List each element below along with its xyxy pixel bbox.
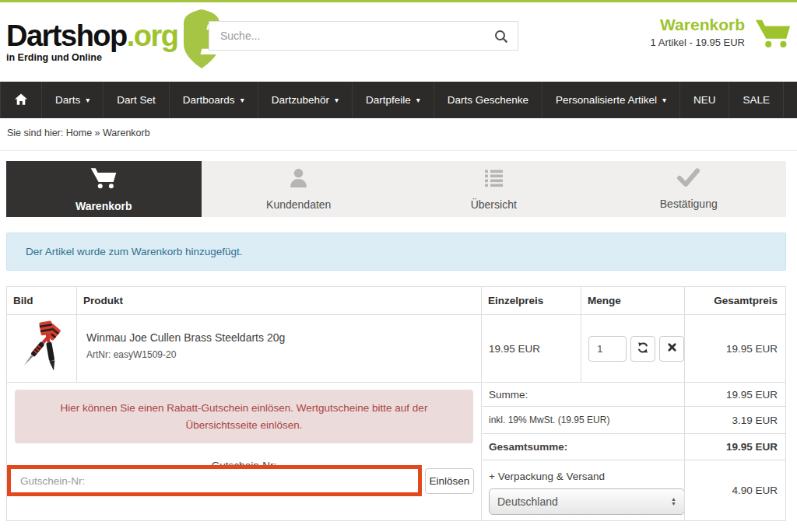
redeem-coupon-button[interactable]: Einlösen xyxy=(425,468,474,494)
col-header-einzelpreis: Einzelpreis xyxy=(481,287,581,314)
refresh-qty-button[interactable] xyxy=(630,336,655,362)
quantity-input[interactable] xyxy=(588,336,627,362)
chevron-down-icon: ▾ xyxy=(86,96,90,104)
step-warenkorb[interactable]: Warenkorb xyxy=(6,161,202,217)
cart-table: Bild Produkt Einzelpreis Menge Gesamtpre… xyxy=(6,286,786,521)
coupon-notice: Hier können Sie einen Rabatt-Gutschein e… xyxy=(15,390,473,443)
nav-item-darts-geschenke[interactable]: Darts Geschenke xyxy=(434,82,542,118)
shipping-cell: + Verpackung & Versand Deutschland ▲ ▼ xyxy=(481,460,684,520)
cart-icon xyxy=(90,166,117,193)
shop-logo[interactable]: Dartshop.org in Erding und Online 1 xyxy=(6,9,223,72)
list-icon xyxy=(483,168,504,191)
col-header-menge: Menge xyxy=(581,287,684,314)
coupon-highlight-frame xyxy=(7,465,422,496)
product-title-link[interactable]: Winmau Joe Cullen Brass Steeldarts 20g xyxy=(86,331,472,344)
cart-widget[interactable]: Warenkorb 1 Artikel - 19.95 EUR xyxy=(651,16,791,53)
breadcrumb-current: Warenkorb xyxy=(103,128,150,138)
col-header-gesamtpreis: Gesamtpreis xyxy=(684,287,785,314)
check-icon xyxy=(676,168,700,191)
step-kundendaten[interactable]: Kundendaten xyxy=(202,161,397,217)
table-row-product-image-cell xyxy=(7,314,76,382)
nav-item-neu[interactable]: NEU xyxy=(680,82,730,118)
search-icon[interactable] xyxy=(494,30,508,47)
breadcrumb: Sie sind hier: Home » Warenkorb xyxy=(7,128,150,138)
country-select-value: Deutschland xyxy=(497,495,671,508)
cart-widget-summary: 1 Artikel - 19.95 EUR xyxy=(651,37,745,48)
product-image[interactable] xyxy=(12,320,69,380)
summary-value-summe: 19.95 EUR xyxy=(684,382,785,406)
breadcrumb-separator: » xyxy=(95,128,100,138)
nav-item-b-ware[interactable]: B-WARE xyxy=(784,82,797,118)
nav-item-personalisierte-artikel[interactable]: Personalisierte Artikel▾ xyxy=(542,82,680,118)
divider xyxy=(0,150,797,151)
nav-item-dartzubehoer[interactable]: Dartzubehör▾ xyxy=(258,82,353,118)
nav-item-darts[interactable]: Darts▾ xyxy=(42,82,104,118)
close-icon xyxy=(667,342,677,355)
summary-label-gesamtsumme: Gesamtsumme: xyxy=(481,433,684,460)
breadcrumb-home-link[interactable]: Home xyxy=(66,128,92,138)
header: Dartshop.org in Erding und Online 1 Ware… xyxy=(0,2,797,82)
select-arrows-icon: ▲ ▼ xyxy=(671,497,676,506)
search-box xyxy=(209,21,518,51)
summary-label-mwst: inkl. 19% MwSt. (19.95 EUR) xyxy=(481,406,684,433)
user-icon xyxy=(288,167,309,191)
home-icon xyxy=(14,93,28,108)
table-row-product-info: Winmau Joe Cullen Brass Steeldarts 20g A… xyxy=(76,314,481,382)
product-total-price: 19.95 EUR xyxy=(684,314,785,382)
chevron-down-icon: ▾ xyxy=(416,96,420,104)
country-select[interactable]: Deutschland ▲ ▼ xyxy=(489,488,685,515)
nav-item-dart-set[interactable]: Dart Set xyxy=(104,82,170,118)
coupon-input[interactable] xyxy=(11,469,418,492)
cart-widget-title: Warenkorb xyxy=(651,16,745,34)
refresh-icon xyxy=(637,341,649,356)
product-qty-cell xyxy=(581,314,684,382)
shipping-label: + Verpackung & Versand xyxy=(489,471,605,482)
logo-title: Dartshop.org xyxy=(6,21,178,51)
summary-label-summe: Summe: xyxy=(481,382,684,406)
nav-item-home[interactable] xyxy=(0,82,42,118)
shipping-value: 4.90 EUR xyxy=(684,460,785,520)
product-artnr: ArtNr: easyW1509-20 xyxy=(86,349,472,360)
step-bestaetigung[interactable]: Bestätigung xyxy=(592,161,787,217)
cart-icon xyxy=(755,17,791,53)
product-unit-price: 19.95 EUR xyxy=(481,314,581,382)
checkout-steps: Warenkorb Kundendaten Übersicht Bes xyxy=(6,161,786,217)
chevron-down-icon: ▾ xyxy=(662,96,666,104)
cart-added-alert: Der Artikel wurde zum Warenkorb hinzugef… xyxy=(6,233,786,271)
col-header-produkt: Produkt xyxy=(76,287,481,314)
summary-value-gesamtsumme: 19.95 EUR xyxy=(684,433,785,460)
search-input[interactable] xyxy=(209,22,518,50)
logo-tagline: in Erding und Online xyxy=(6,52,178,63)
summary-value-mwst: 3.19 EUR xyxy=(684,406,785,433)
nav-item-dartpfeile[interactable]: Dartpfeile▾ xyxy=(353,82,434,118)
main-nav: Darts▾ Dart Set Dartboards▾ Dartzubehör▾… xyxy=(0,82,797,118)
coupon-area: Hier können Sie einen Rabatt-Gutschein e… xyxy=(7,382,481,520)
chevron-down-icon: ▾ xyxy=(241,96,244,104)
step-uebersicht[interactable]: Übersicht xyxy=(396,161,592,217)
nav-item-sale[interactable]: SALE xyxy=(729,82,784,118)
chevron-down-icon: ▾ xyxy=(335,96,339,104)
remove-item-button[interactable] xyxy=(659,336,684,362)
nav-item-dartboards[interactable]: Dartboards▾ xyxy=(170,82,258,118)
col-header-bild: Bild xyxy=(7,287,76,314)
